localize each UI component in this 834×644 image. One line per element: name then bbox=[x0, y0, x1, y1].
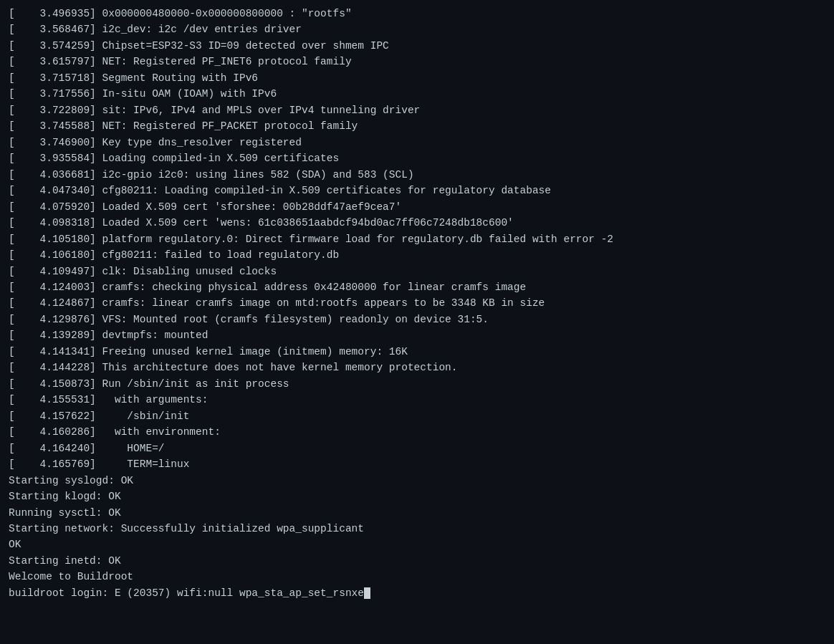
terminal-line: [ 3.568467] i2c_dev: i2c /dev entries dr… bbox=[9, 21, 825, 37]
terminal-line: [ 4.124003] cramfs: checking physical ad… bbox=[9, 279, 825, 295]
terminal-line: [ 4.141341] Freeing unused kernel image … bbox=[9, 344, 825, 360]
terminal-line: [ 4.036681] i2c-gpio i2c0: using lines 5… bbox=[9, 167, 825, 183]
terminal-window[interactable]: [ 3.496935] 0x000000480000-0x00000080000… bbox=[0, 0, 834, 644]
terminal-line: [ 4.160286] with environment: bbox=[9, 424, 825, 440]
terminal-line: [ 4.150873] Run /sbin/init as init proce… bbox=[9, 376, 825, 392]
terminal-line: [ 4.164240] HOME=/ bbox=[9, 441, 825, 456]
terminal-line: [ 3.722809] sit: IPv6, IPv4 and MPLS ove… bbox=[9, 102, 825, 118]
terminal-line: OK bbox=[9, 537, 825, 552]
terminal-line: [ 4.105180] platform regulatory.0: Direc… bbox=[9, 231, 825, 247]
terminal-line: Starting inetd: OK bbox=[9, 553, 825, 569]
terminal-line: [ 3.496935] 0x000000480000-0x00000080000… bbox=[9, 6, 825, 21]
terminal-line: Starting network: Successfully initializ… bbox=[9, 521, 825, 537]
terminal-line: [ 4.129876] VFS: Mounted root (cramfs fi… bbox=[9, 312, 825, 327]
terminal-line: [ 4.139289] devtmpfs: mounted bbox=[9, 327, 825, 343]
terminal-line: Welcome to Buildroot bbox=[9, 569, 825, 585]
terminal-line: [ 4.165769] TERM=linux bbox=[9, 456, 825, 472]
terminal-line: [ 4.144228] This architecture does not h… bbox=[9, 360, 825, 375]
terminal-line: [ 3.574259] Chipset=ESP32-S3 ID=09 detec… bbox=[9, 38, 825, 54]
terminal-line: [ 3.745588] NET: Registered PF_PACKET pr… bbox=[9, 118, 825, 134]
terminal-line: [ 3.717556] In-situ OAM (IOAM) with IPv6 bbox=[9, 86, 825, 102]
terminal-line: [ 4.106180] cfg80211: failed to load reg… bbox=[9, 247, 825, 263]
terminal-line: [ 3.746900] Key type dns_resolver regist… bbox=[9, 135, 825, 150]
terminal-line: [ 4.155531] with arguments: bbox=[9, 392, 825, 408]
terminal-line: [ 3.935584] Loading compiled-in X.509 ce… bbox=[9, 150, 825, 166]
terminal-line: [ 3.615797] NET: Registered PF_INET6 pro… bbox=[9, 54, 825, 69]
terminal-line: buildroot login: E (20357) wifi:null wpa… bbox=[9, 585, 825, 601]
terminal-line: [ 4.098318] Loaded X.509 cert 'wens: 61c… bbox=[9, 215, 825, 231]
terminal-line: Starting syslogd: OK bbox=[9, 473, 825, 489]
terminal-line: [ 4.075920] Loaded X.509 cert 'sforshee:… bbox=[9, 199, 825, 215]
terminal-line: Running sysctl: OK bbox=[9, 505, 825, 521]
terminal-line: [ 3.715718] Segment Routing with IPv6 bbox=[9, 70, 825, 86]
terminal-line: [ 4.047340] cfg80211: Loading compiled-i… bbox=[9, 183, 825, 198]
terminal-line: [ 4.124867] cramfs: linear cramfs image … bbox=[9, 295, 825, 311]
terminal-line: Starting klogd: OK bbox=[9, 489, 825, 504]
terminal-line: [ 4.157622] /sbin/init bbox=[9, 408, 825, 424]
terminal-line: [ 4.109497] clk: Disabling unused clocks bbox=[9, 264, 825, 279]
terminal-cursor bbox=[364, 587, 370, 599]
